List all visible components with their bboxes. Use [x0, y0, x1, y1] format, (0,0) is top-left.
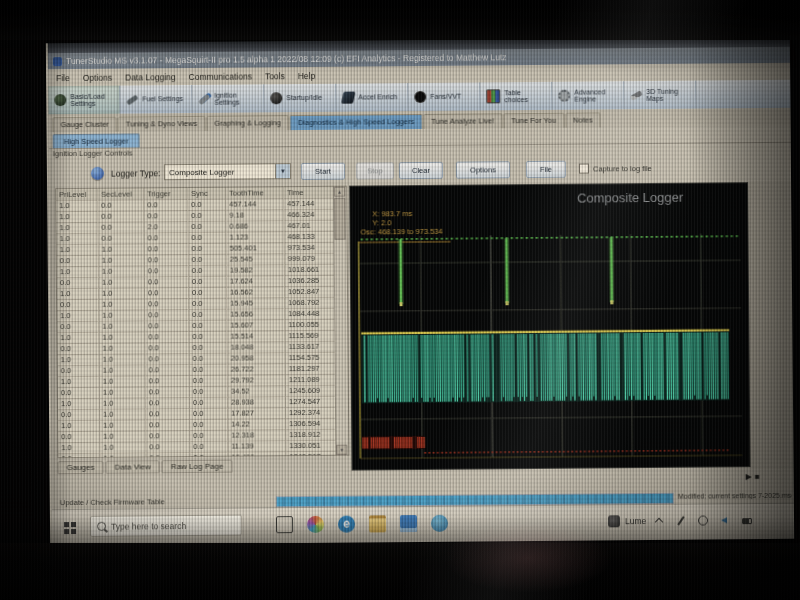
table-cell: 0.0: [146, 387, 190, 397]
options-button[interactable]: Options: [456, 161, 510, 178]
start-button[interactable]: [64, 522, 69, 527]
tab-tune-for-you[interactable]: Tune For You: [503, 113, 564, 129]
tab-tuning-dyno-views[interactable]: Tuning & Dyno Views: [118, 116, 205, 132]
start-button[interactable]: Start: [301, 163, 345, 180]
messaging-icon[interactable]: [431, 515, 448, 532]
menu-item-data-logging[interactable]: Data Logging: [125, 72, 176, 82]
table-cell: 0.0: [189, 310, 227, 320]
table-cell: 0.0: [98, 222, 144, 232]
table-cell: 0.0: [145, 255, 189, 265]
menu-item-options[interactable]: Options: [83, 72, 112, 82]
table-cell: 0.0: [57, 300, 99, 310]
battery-icon[interactable]: [742, 518, 752, 524]
panel-tab-data-view[interactable]: Data View: [106, 460, 160, 473]
table-cell: 1.0: [56, 223, 98, 233]
tab-notes[interactable]: Notes: [565, 112, 601, 127]
table-cell: 468.133: [284, 232, 336, 242]
toolbar-button-label: Fans/VVT: [430, 93, 461, 101]
table-cell: 0.0: [144, 211, 188, 221]
table-cell: 1.0: [100, 420, 146, 430]
table-cell: 14.22: [228, 419, 286, 430]
toolbar-button-accel-enrich[interactable]: Accel Enrich: [336, 83, 408, 112]
table-cell: 0.686: [226, 221, 284, 232]
table-scrollbar[interactable]: ▲ ▼: [333, 187, 348, 455]
logger-type-select[interactable]: Composite Logger ▼: [164, 163, 291, 180]
menu-item-tools[interactable]: Tools: [265, 71, 285, 81]
table-cell: 1245.609: [286, 386, 337, 396]
table-cell: 0.0: [190, 453, 228, 457]
tab-tune-analyze-live-[interactable]: Tune Analyze Live!: [423, 113, 502, 129]
table-cell: 1.0: [100, 453, 146, 457]
file-button[interactable]: File: [526, 161, 566, 178]
file-explorer-icon[interactable]: [369, 515, 386, 532]
toolbar-button-label: Advanced Engine: [574, 88, 617, 103]
table-cell: 0.0: [146, 365, 190, 375]
store-icon[interactable]: [400, 515, 417, 532]
table-cell: 1154.575: [286, 353, 337, 363]
table-cell: 1.0: [99, 288, 145, 298]
menu-item-help[interactable]: Help: [298, 70, 316, 80]
capture-checkbox[interactable]: [579, 164, 589, 174]
toolbar-button-basic-load-settings[interactable]: Basic/Load Settings: [48, 86, 120, 115]
toolbar-button-fuel-settings[interactable]: Fuel Settings: [120, 85, 192, 114]
column-header-toothtime: ToothTime: [226, 187, 284, 199]
tab-graphing-logging[interactable]: Graphing & Logging: [206, 115, 289, 131]
network-icon[interactable]: [698, 515, 708, 525]
toolbar-button-table-choices[interactable]: Table choices: [480, 82, 552, 111]
table-cell: 0.0: [145, 244, 189, 254]
table-cell: 1340.517: [286, 452, 336, 457]
chevron-up-icon[interactable]: [654, 516, 664, 526]
work-area: PriLevelSecLevelTriggerSyncToothTimeTime…: [49, 181, 793, 475]
table-cell: 1.0: [58, 399, 100, 409]
composite-logger-chart[interactable]: Composite LoggerX: 983.7 msY: 2.0Osc: 46…: [349, 182, 750, 470]
photo-of-laptop-screen: TunerStudio MS v3.1.07 - MegaSquirt-II p…: [0, 0, 800, 600]
logger-type-value: Composite Logger: [165, 167, 275, 177]
scroll-up-icon[interactable]: ▲: [334, 187, 345, 197]
chevron-down-icon[interactable]: ▼: [275, 164, 290, 178]
stop-button[interactable]: Stop: [356, 162, 394, 179]
table-cell: 1.0: [57, 311, 99, 321]
edge-icon[interactable]: e: [338, 516, 355, 533]
panel-tab-raw-log-page[interactable]: Raw Log Page: [162, 460, 233, 474]
table-cell: 1292.374: [286, 408, 336, 418]
tab-diagnostics-high-speed-loggers[interactable]: Diagnostics & High Speed Loggers: [290, 114, 422, 130]
toolbar-button-fans-vvt[interactable]: Fans/VVT: [408, 82, 480, 111]
table-cell: 0.0: [189, 321, 227, 331]
pen-icon[interactable]: [676, 516, 686, 526]
tab-high-speed-logger[interactable]: High Speed Logger: [53, 133, 140, 148]
toolbar-button-advanced-engine[interactable]: Advanced Engine: [552, 81, 624, 110]
panel-tab-gauges[interactable]: Gauges: [57, 461, 103, 474]
table-cell: 0.0: [146, 420, 190, 430]
clear-button[interactable]: Clear: [399, 162, 443, 179]
scrollbar-thumb[interactable]: [334, 198, 345, 240]
chart-play-icon[interactable]: ▶■: [746, 472, 763, 481]
toolbar-button-startup-idle[interactable]: Startup/Idle: [264, 84, 336, 113]
table-cell: 467.01: [284, 221, 336, 231]
table-cell: 28.938: [228, 397, 286, 408]
task-view-icon[interactable]: [276, 516, 293, 533]
table-cell: 0.0: [145, 277, 189, 287]
menu-item-file[interactable]: File: [56, 73, 70, 83]
toolbar-button-ignition-settings[interactable]: Ignition Settings: [192, 84, 264, 113]
table-cell: 0.0: [189, 255, 227, 265]
right-filler: [748, 181, 794, 469]
capture-checkbox-group[interactable]: Capture to log file: [579, 163, 652, 174]
table-cell: 0.0: [146, 409, 190, 419]
toolbar-button-3d-tuning-maps[interactable]: 3D Tuning Maps: [624, 81, 696, 110]
volume-icon[interactable]: [720, 515, 730, 525]
tab-gauge-cluster[interactable]: Gauge Cluster: [52, 117, 116, 133]
scroll-down-icon[interactable]: ▼: [336, 445, 347, 455]
taskbar-search[interactable]: Type here to search: [90, 515, 242, 537]
taskbar-widget[interactable]: Lume: [608, 515, 646, 527]
table-cell: 1.0: [100, 398, 146, 408]
table-cell: 1.0: [58, 421, 100, 431]
table-cell: 11.139: [228, 441, 286, 452]
logger-buttons: StartStopClearOptionsFile: [49, 155, 791, 161]
idle-icon: [270, 92, 282, 104]
menu-item-communications[interactable]: Communications: [189, 71, 252, 82]
browser-circle-icon[interactable]: [307, 516, 324, 533]
table-cell: 0.0: [188, 211, 226, 221]
table-cell: 29.792: [228, 375, 286, 386]
logger-info-icon[interactable]: [91, 167, 104, 180]
table-cell: 0.0: [57, 344, 99, 354]
